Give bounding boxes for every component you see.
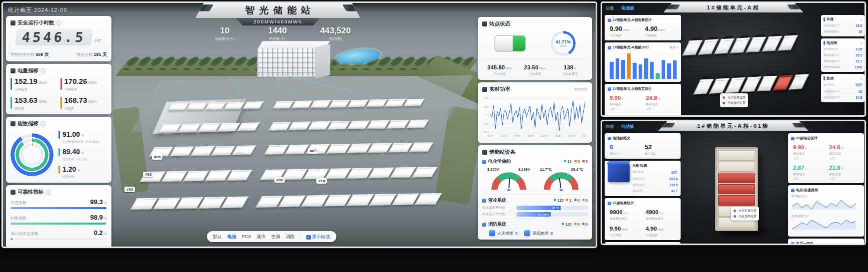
- info-icon[interactable]: i: [40, 121, 45, 126]
- battery-container[interactable]: [186, 102, 207, 110]
- waveform-icon: [482, 87, 487, 92]
- breadcrumb-item-1[interactable]: 总貌: [606, 124, 614, 129]
- kv-value: 29.3: [856, 53, 862, 57]
- battery-container[interactable]: [205, 102, 226, 110]
- fire-item[interactable]: 火灾报警0: [489, 230, 517, 236]
- battery-container[interactable]: [223, 102, 245, 110]
- divider: [300, 234, 301, 239]
- layer-button-空调[interactable]: 空调: [271, 234, 280, 240]
- svg-text:18:00: 18:00: [569, 134, 575, 137]
- chevron-right-icon[interactable]: ›: [861, 77, 862, 80]
- side-panel-环境: 环境›环境温度(℃)25.6环境湿度(%)45: [821, 15, 865, 36]
- battery-container[interactable]: [409, 142, 433, 152]
- info-icon[interactable]: i: [46, 190, 51, 195]
- cluster-legend: 火灾告警位置当前选中位置: [731, 207, 759, 221]
- info-icon[interactable]: i: [40, 68, 45, 73]
- card-title: 可靠性指标: [17, 189, 44, 196]
- battery-container[interactable]: [347, 100, 369, 108]
- progress-track: [10, 207, 107, 209]
- rack-module[interactable]: [718, 162, 755, 172]
- battery-container[interactable]: [366, 99, 387, 107]
- unit-title: 1#储能单元-A相: [707, 4, 760, 11]
- card-title: 01簇电芯统计: [796, 136, 818, 141]
- rack-module-alert[interactable]: [718, 184, 755, 195]
- value-item: 4.90MWh可放电量: [644, 224, 678, 238]
- sparkline-group[interactable]: 单体电压(V)单体温度(℃): [791, 194, 861, 232]
- row-tag[interactable]: #03: [143, 172, 153, 177]
- layer-button-PCS[interactable]: PCS: [242, 234, 251, 239]
- fire-item-label: 火灾报警: [497, 231, 513, 236]
- soc-bar[interactable]: [633, 63, 637, 79]
- soc-bar[interactable]: [627, 53, 631, 79]
- svg-text:-100: -100: [483, 122, 489, 125]
- layer-button-消防[interactable]: 消防: [286, 234, 295, 240]
- cluster-screen: 1#储能单元-A相-01簇 总貌：电池簇 火灾告警位置当前选中位置 电池簇概况: [602, 121, 865, 244]
- breadcrumb-item-2[interactable]: 电池簇: [622, 124, 635, 129]
- kv-row: 回风温度(℃)24.8: [824, 95, 862, 100]
- unit-legend: 火灾告警位置当前选中位置: [720, 93, 748, 107]
- soc-bar[interactable]: [639, 64, 643, 79]
- show-cables-toggle[interactable]: ✓显示电缆: [306, 234, 330, 240]
- value-label: 可充电量: [482, 72, 517, 76]
- row-tag[interactable]: #05: [152, 154, 162, 160]
- cluster-soc-bars[interactable]: [608, 51, 678, 79]
- breadcrumb: 总貌：电池簇: [606, 5, 634, 11]
- soc-bar[interactable]: [650, 62, 654, 79]
- rack-module-alert[interactable]: [718, 195, 755, 206]
- legend-item: 当前选中位置: [734, 214, 757, 219]
- layer-button-液冷[interactable]: 液冷: [257, 234, 266, 240]
- row-tag[interactable]: #10: [316, 178, 327, 184]
- metric-label: 充电量: [64, 106, 97, 111]
- container-group: [158, 122, 260, 132]
- checkbox-icon[interactable]: ✓: [306, 235, 311, 240]
- battery-container[interactable]: [411, 167, 438, 178]
- value-item: 24.8℃最高温度位置：--: [827, 142, 861, 160]
- soc-bar[interactable]: [616, 58, 620, 79]
- sparkline-label: 单体温度(℃): [791, 214, 861, 219]
- cluster-left-column: 电池簇概况 6模组(个)52电芯(颗) A相-01簇 运行状态运行簇电压(V)8…: [605, 133, 681, 244]
- battery-container[interactable]: [310, 100, 331, 108]
- unit-left-column: 1#储能单元-A相电量统计 9.90MWh可充电量4.90MWh可放电量 1#储…: [605, 15, 681, 115]
- sparkline-label: 单体电压(V): [791, 194, 861, 199]
- realtime-power-chart[interactable]: 2001000-100-20000:0003:0006:0009:0012:00…: [482, 95, 588, 139]
- soc-bar[interactable]: [621, 60, 625, 79]
- soc-bar[interactable]: [644, 58, 648, 79]
- info-icon[interactable]: i: [56, 20, 61, 25]
- rack-module-alert[interactable]: [718, 173, 755, 183]
- battery-container[interactable]: [231, 145, 256, 155]
- more-link[interactable]: 更多 >: [670, 45, 678, 50]
- breadcrumb-item-1[interactable]: 总貌: [606, 5, 614, 10]
- checkbox-label: 显示电缆: [312, 234, 330, 239]
- battery-container[interactable]: [328, 100, 350, 108]
- rack-module[interactable]: [718, 150, 755, 161]
- unit-3d-view[interactable]: [683, 18, 818, 113]
- row-tag[interactable]: #02: [124, 187, 135, 192]
- battery-container[interactable]: [384, 99, 406, 107]
- chevron-right-icon[interactable]: ›: [861, 18, 862, 21]
- soc-bar[interactable]: [656, 73, 660, 79]
- row-tag[interactable]: #09: [308, 148, 318, 154]
- station-status-values: 345.80MWh可充电量23.50MWh可放电量138%系统健康度: [482, 59, 588, 76]
- value-item: 6模组(个): [608, 142, 643, 156]
- battery-container[interactable]: [272, 101, 294, 109]
- battery-container[interactable]: [237, 122, 260, 131]
- layer-button-默认[interactable]: 默认: [213, 234, 222, 240]
- battery-container[interactable]: [242, 101, 264, 109]
- kv-value: 120.5: [670, 183, 678, 187]
- soc-bar[interactable]: [673, 60, 677, 79]
- battery-container[interactable]: [167, 103, 189, 111]
- soc-bar[interactable]: [610, 62, 614, 79]
- breadcrumb-item-2[interactable]: 电池簇: [622, 5, 635, 10]
- fire-item[interactable]: 系统故障0: [524, 230, 552, 236]
- chevron-right-icon[interactable]: ›: [861, 41, 862, 45]
- layer-button-电池[interactable]: 电池: [227, 234, 236, 240]
- soc-bar[interactable]: [667, 63, 671, 79]
- battery-container[interactable]: [226, 170, 253, 181]
- battery-fill: [513, 36, 525, 51]
- reliability-row: 可用系数99.3%: [10, 198, 107, 209]
- row-tag[interactable]: #06: [274, 177, 285, 183]
- kv-label: 簇电流(A): [633, 183, 645, 187]
- soc-bar[interactable]: [662, 60, 666, 79]
- battery-container[interactable]: [291, 101, 313, 109]
- temp-min: 21.7℃: [540, 167, 552, 172]
